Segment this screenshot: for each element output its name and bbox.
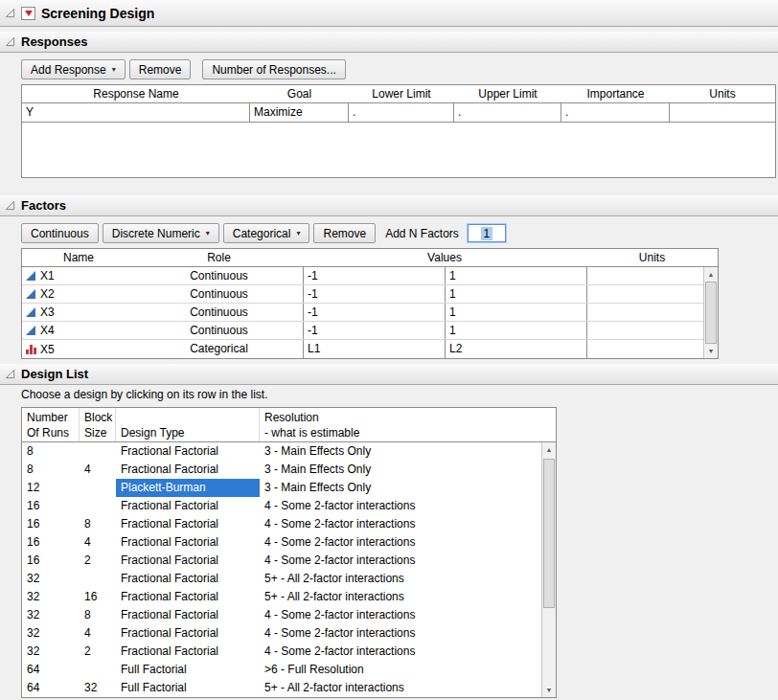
design-row[interactable]: 32 8 Fractional Factorial 4 - Some 2-fac… xyxy=(22,606,541,624)
red-triangle-icon xyxy=(25,11,33,16)
design-row[interactable]: 12 Plackett-Burman 3 - Main Effects Only xyxy=(22,479,541,497)
factors-vertical-scrollbar[interactable]: ▲ ▼ xyxy=(703,267,718,358)
factor-units-cell[interactable] xyxy=(586,304,703,321)
factor-name-cell[interactable]: X2 xyxy=(22,285,135,303)
design-type-cell: Plackett-Burman xyxy=(116,479,260,497)
factor-name-cell[interactable]: X4 xyxy=(22,322,135,339)
factor-units-cell[interactable] xyxy=(586,340,703,358)
chevron-down-icon: ▾ xyxy=(206,230,210,237)
factor-value-low-cell[interactable]: -1 xyxy=(303,322,445,339)
design-row[interactable]: 32 4 Fractional Factorial 4 - Some 2-fac… xyxy=(22,624,541,643)
design-row[interactable]: 32 Fractional Factorial 5+ - All 2-facto… xyxy=(22,570,541,588)
factor-value-low-cell[interactable]: -1 xyxy=(303,304,445,321)
factor-name-cell[interactable]: X5 xyxy=(22,340,135,358)
disclosure-triangle-icon[interactable] xyxy=(5,369,15,379)
design-resolution-cell: 4 - Some 2-factor interactions xyxy=(260,497,541,515)
response-upper-cell[interactable]: . xyxy=(454,103,561,123)
response-name-cell[interactable]: Y xyxy=(22,103,250,123)
design-type-cell: Fractional Factorial xyxy=(116,533,260,552)
design-resolution-cell: 4 - Some 2-factor interactions xyxy=(260,533,541,552)
factor-role-cell[interactable]: Continuous xyxy=(135,285,303,303)
factor-role-cell[interactable]: Categorical xyxy=(135,340,303,358)
design-row[interactable]: 32 16 Fractional Factorial 5+ - All 2-fa… xyxy=(22,588,541,606)
column-header-role: Role xyxy=(135,249,303,266)
factor-name: X3 xyxy=(40,304,55,321)
scrollbar-thumb[interactable] xyxy=(705,282,717,344)
design-row[interactable]: 16 8 Fractional Factorial 4 - Some 2-fac… xyxy=(22,515,541,533)
design-list-vertical-scrollbar[interactable]: ▲ ▼ xyxy=(541,442,556,697)
scrollbar-track[interactable] xyxy=(704,282,718,344)
factor-role-cell[interactable]: Continuous xyxy=(135,322,303,339)
scrollbar-track[interactable] xyxy=(542,457,556,683)
design-resolution-cell: 4 - Some 2-factor interactions xyxy=(260,624,541,643)
design-row[interactable]: 8 4 Fractional Factorial 3 - Main Effect… xyxy=(22,461,541,479)
scroll-down-button[interactable]: ▼ xyxy=(542,683,556,697)
number-of-responses-button[interactable]: Number of Responses... xyxy=(202,59,345,79)
discrete-numeric-button[interactable]: Discrete Numeric ▾ xyxy=(103,223,219,243)
remove-factor-button[interactable]: Remove xyxy=(313,223,376,243)
design-type-cell: Full Factorial xyxy=(116,661,260,679)
factors-rows: X1 Continuous -1 1 xyxy=(22,267,703,358)
column-header-design-type: Design Type xyxy=(116,408,260,441)
factor-units-cell[interactable] xyxy=(586,267,703,284)
continuous-button[interactable]: Continuous xyxy=(21,223,99,243)
design-resolution-cell: 4 - Some 2-factor interactions xyxy=(260,552,541,570)
disclosure-triangle-icon[interactable] xyxy=(5,36,15,47)
response-goal-cell[interactable]: Maximize xyxy=(250,103,349,123)
response-lower-cell[interactable]: . xyxy=(349,103,454,123)
categorical-factor-icon xyxy=(25,344,36,355)
add-response-button[interactable]: Add Response ▾ xyxy=(21,59,126,79)
scroll-down-button[interactable]: ▼ xyxy=(704,344,718,358)
design-resolution-cell: 3 - Main Effects Only xyxy=(260,479,541,497)
design-row[interactable]: 8 Fractional Factorial 3 - Main Effects … xyxy=(22,442,541,461)
design-resolution-cell: 5+ - All 2-factor interactions xyxy=(260,679,541,697)
factor-value-high-cell[interactable]: L2 xyxy=(445,340,586,358)
disclosure-triangle-icon[interactable] xyxy=(5,8,15,18)
factor-role-cell[interactable]: Continuous xyxy=(135,267,303,284)
design-row[interactable]: 16 4 Fractional Factorial 4 - Some 2-fac… xyxy=(22,533,541,552)
factor-role-cell[interactable]: Continuous xyxy=(135,304,303,321)
factor-value-low-cell[interactable]: -1 xyxy=(303,285,445,303)
red-triangle-menu-button[interactable] xyxy=(21,7,35,20)
factors-header-band: Factors xyxy=(0,195,778,216)
factor-value-high-cell[interactable]: 1 xyxy=(445,322,586,339)
design-runs-cell: 32 xyxy=(22,570,80,588)
screening-design-header-band: Screening Design xyxy=(0,0,778,27)
continuous-factor-icon xyxy=(25,288,36,300)
design-row[interactable]: 16 Fractional Factorial 4 - Some 2-facto… xyxy=(22,497,541,515)
factors-section: Continuous Discrete Numeric ▾ Categorica… xyxy=(0,216,778,364)
factor-units-cell[interactable] xyxy=(586,322,703,339)
design-row[interactable]: 16 2 Fractional Factorial 4 - Some 2-fac… xyxy=(22,552,541,570)
factor-name: X2 xyxy=(40,285,55,303)
factor-name-cell[interactable]: X3 xyxy=(22,304,135,321)
response-units-cell[interactable] xyxy=(670,103,775,123)
add-n-factors-input[interactable]: 1 xyxy=(468,224,506,242)
remove-response-button[interactable]: Remove xyxy=(129,59,192,79)
design-type-cell: Fractional Factorial xyxy=(116,515,260,533)
column-header-upper-limit: Upper Limit xyxy=(454,85,561,102)
factor-value-low-cell[interactable]: -1 xyxy=(303,267,445,284)
factor-value-high-cell[interactable]: 1 xyxy=(445,304,586,321)
factor-value-low-cell[interactable]: L1 xyxy=(303,340,445,358)
factor-units-cell[interactable] xyxy=(586,285,703,303)
column-header-number-of-runs: Number Of Runs xyxy=(22,408,80,441)
response-importance-cell[interactable]: . xyxy=(561,103,670,123)
responses-header-band: Responses xyxy=(0,32,778,53)
design-row[interactable]: 64 32 Full Factorial 5+ - All 2-factor i… xyxy=(22,679,541,697)
factor-value-high-cell[interactable]: 1 xyxy=(445,267,586,284)
disclosure-triangle-icon[interactable] xyxy=(5,200,15,211)
design-row[interactable]: 32 2 Fractional Factorial 4 - Some 2-fac… xyxy=(22,643,541,661)
scroll-up-button[interactable]: ▲ xyxy=(704,267,718,282)
design-block-size-cell: 4 xyxy=(80,624,116,643)
design-type-cell: Fractional Factorial xyxy=(116,497,260,515)
design-row[interactable]: 64 Full Factorial >6 - Full Resolution xyxy=(22,661,541,679)
column-header-units: Units xyxy=(586,249,718,266)
continuous-factor-icon xyxy=(25,270,36,282)
factor-value-high-cell[interactable]: 1 xyxy=(445,285,586,303)
design-block-size-cell: 4 xyxy=(80,533,116,552)
factor-name-cell[interactable]: X1 xyxy=(22,267,135,284)
categorical-button[interactable]: Categorical ▾ xyxy=(223,223,310,243)
scroll-up-button[interactable]: ▲ xyxy=(542,442,556,457)
scrollbar-thumb[interactable] xyxy=(543,459,555,608)
factor-name: X1 xyxy=(40,267,55,284)
